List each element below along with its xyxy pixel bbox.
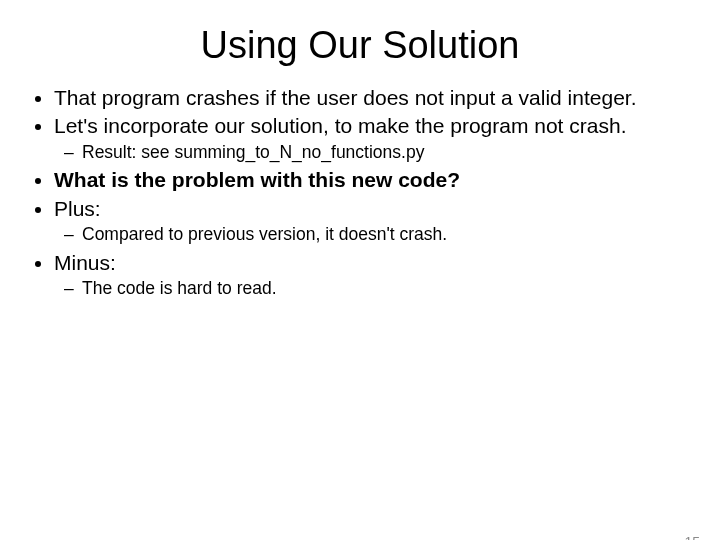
- bullet-item-bold: What is the problem with this new code?: [54, 167, 692, 193]
- bullet-item: That program crashes if the user does no…: [54, 85, 692, 111]
- slide: Using Our Solution That program crashes …: [0, 24, 720, 540]
- bullet-item: Let's incorporate our solution, to make …: [54, 113, 692, 163]
- bullet-list: That program crashes if the user does no…: [28, 85, 692, 300]
- sub-bullet-item: The code is hard to read.: [82, 278, 692, 300]
- bullet-text: Let's incorporate our solution, to make …: [54, 114, 626, 137]
- sub-bullet-list: Result: see summing_to_N_no_functions.py: [54, 142, 692, 164]
- sub-bullet-list: The code is hard to read.: [54, 278, 692, 300]
- page-number: 15: [684, 534, 700, 540]
- bullet-item: Plus: Compared to previous version, it d…: [54, 196, 692, 246]
- sub-bullet-list: Compared to previous version, it doesn't…: [54, 224, 692, 246]
- slide-body: That program crashes if the user does no…: [0, 85, 720, 300]
- sub-bullet-item: Result: see summing_to_N_no_functions.py: [82, 142, 692, 164]
- sub-bullet-item: Compared to previous version, it doesn't…: [82, 224, 692, 246]
- bullet-text: Minus:: [54, 251, 116, 274]
- bullet-text: Plus:: [54, 197, 101, 220]
- bullet-item: Minus: The code is hard to read.: [54, 250, 692, 300]
- slide-title: Using Our Solution: [0, 24, 720, 67]
